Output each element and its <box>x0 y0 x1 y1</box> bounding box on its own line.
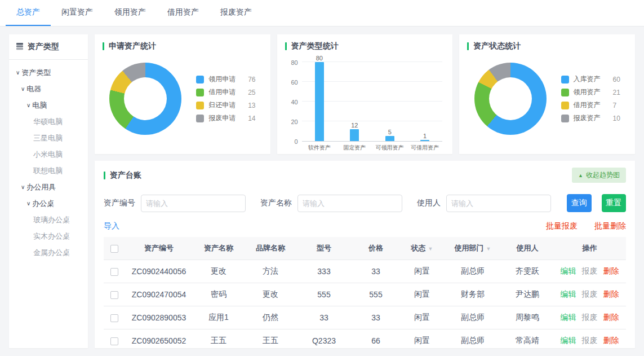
delete-link[interactable]: 删除 <box>603 313 619 322</box>
bar-yaxis: 020406080 <box>285 63 302 142</box>
legend-item[interactable]: 报废资产10 <box>561 112 620 125</box>
status-donut-wrap: 入库资产60领用资产21借用资产7报废资产10 <box>467 51 627 146</box>
batch-scrap-link[interactable]: 批量报废 <box>546 221 578 230</box>
import-link[interactable]: 导入 <box>104 221 119 231</box>
cell-brand: 仍然 <box>245 306 296 329</box>
reset-button[interactable]: 重置 <box>602 194 627 212</box>
table-row: ZC0902650052王五王五Q232366闲置副总师常高靖编辑报废删除 <box>104 329 626 348</box>
legend-label: 领用资产 <box>574 87 606 97</box>
ledger-title: 资产台账 <box>104 170 141 181</box>
edit-link[interactable]: 编辑 <box>561 313 576 322</box>
cell-model: 33 <box>296 306 352 329</box>
cell-name: 密码 <box>193 283 245 306</box>
apply-legend: 领用申请76借用申请25归还申请13报废申请14 <box>196 73 255 125</box>
tab-3[interactable]: 借用资产 <box>157 0 210 26</box>
apply-stats-title-text: 申请资产统计 <box>109 41 156 51</box>
select-all-checkbox[interactable] <box>110 245 118 253</box>
delete-link[interactable]: 删除 <box>603 336 619 345</box>
search-label: 使用人 <box>417 198 441 208</box>
edit-link[interactable]: 编辑 <box>561 266 576 275</box>
bar[interactable] <box>385 136 394 141</box>
cell-dept: 副总师 <box>444 306 501 329</box>
tab-0[interactable]: 总资产 <box>6 0 51 26</box>
bar[interactable] <box>420 140 429 141</box>
legend-swatch <box>196 115 204 122</box>
caret-down-icon: ∨ <box>21 81 25 97</box>
tree-item[interactable]: 联想电脑 <box>9 162 88 179</box>
delete-link[interactable]: 删除 <box>603 289 619 298</box>
search-input-2[interactable] <box>446 195 551 212</box>
filter-icon[interactable]: ▼ <box>486 246 491 252</box>
category-icon <box>16 42 24 52</box>
tab-1[interactable]: 闲置资产 <box>51 0 104 26</box>
tree-item[interactable]: 玻璃办公桌 <box>9 212 88 228</box>
y-tick-label: 80 <box>291 59 297 66</box>
legend-label: 领用申请 <box>208 74 241 84</box>
row-checkbox[interactable] <box>110 337 118 345</box>
tree-item[interactable]: ∨办公用具 <box>9 179 88 195</box>
scrap-link[interactable]: 报废 <box>582 336 598 345</box>
tree-item-label: 玻璃办公桌 <box>33 212 70 228</box>
tree-item[interactable]: ∨电脑 <box>9 97 88 113</box>
tab-4[interactable]: 报废资产 <box>210 0 263 26</box>
bar[interactable] <box>350 129 359 141</box>
legend-label: 借用资产 <box>574 100 606 110</box>
legend-item[interactable]: 归还申请13 <box>196 99 255 112</box>
legend-swatch <box>561 102 569 109</box>
legend-item[interactable]: 借用资产7 <box>561 99 620 112</box>
edit-link[interactable]: 编辑 <box>561 336 576 345</box>
tree-item[interactable]: 金属办公桌 <box>9 244 88 261</box>
tree-item-label: 三星电脑 <box>33 130 63 146</box>
legend-item[interactable]: 入库资产60 <box>561 73 620 86</box>
tree-item[interactable]: ∨资产类型 <box>9 64 88 81</box>
bar-slot: 12 <box>337 122 372 141</box>
tree-item[interactable]: ∨办公桌 <box>9 195 88 212</box>
column-header: 资产编号 <box>125 237 193 260</box>
legend-item[interactable]: 借用申请25 <box>196 86 255 99</box>
panel-status-stats: 资产状态统计 入库资产60领用资产21借用资产7报废资产10 <box>459 34 635 154</box>
legend-item[interactable]: 领用申请76 <box>196 73 255 86</box>
tree-item[interactable]: 实木办公桌 <box>9 228 88 244</box>
row-checkbox[interactable] <box>110 314 118 322</box>
title-mark <box>103 42 104 50</box>
batch-delete-link[interactable]: 批量删除 <box>594 221 626 230</box>
bar-value: 12 <box>351 122 358 129</box>
cell-brand: 更改 <box>245 283 296 306</box>
bar[interactable] <box>315 62 324 141</box>
scrap-link[interactable]: 报废 <box>582 266 598 275</box>
caret-down-icon: ∨ <box>26 97 30 113</box>
tree-item[interactable]: 三星电脑 <box>9 130 88 146</box>
cell-name: 更改 <box>193 260 245 283</box>
delete-link[interactable]: 删除 <box>603 266 619 275</box>
tab-2[interactable]: 领用资产 <box>104 0 157 26</box>
legend-item[interactable]: 报废申请14 <box>196 112 255 125</box>
scrap-link[interactable]: 报废 <box>582 313 598 322</box>
cell-brand: 王五 <box>245 329 296 348</box>
status-donut-chart[interactable] <box>474 63 547 135</box>
apply-donut-chart[interactable] <box>109 63 181 135</box>
cell-dept: 副总师 <box>444 260 501 283</box>
legend-value: 14 <box>248 115 255 122</box>
collapse-trend-button[interactable]: ▲ 收起趋势图 <box>572 168 626 183</box>
main-content: 申请资产统计 领用申请76借用申请25归还申请13报废申请14 资产类型统计 0… <box>95 34 635 348</box>
x-tick-label: 固定资产 <box>337 144 372 152</box>
tree-item[interactable]: 小米电脑 <box>9 146 88 162</box>
search-input-1[interactable] <box>297 195 402 212</box>
filter-icon[interactable]: ▼ <box>428 246 433 252</box>
search-input-0[interactable] <box>141 195 246 212</box>
legend-item[interactable]: 领用资产21 <box>561 86 620 99</box>
caret-down-icon: ∨ <box>21 179 25 195</box>
cell-status: 闲置 <box>400 306 444 329</box>
row-checkbox[interactable] <box>110 268 118 276</box>
tree-item[interactable]: ∨电器 <box>9 81 88 97</box>
legend-label: 报废申请 <box>208 113 241 123</box>
title-mark <box>104 172 105 179</box>
row-checkbox[interactable] <box>110 291 118 299</box>
edit-link[interactable]: 编辑 <box>561 289 576 298</box>
bar-slot: 1 <box>407 133 442 141</box>
query-button[interactable]: 查询 <box>567 194 592 212</box>
ledger-title-text: 资产台账 <box>110 170 141 181</box>
panel-type-stats: 资产类型统计 020406080 801251 软件资产固定资产可领用资产可借用… <box>277 34 453 154</box>
tree-item[interactable]: 华硕电脑 <box>9 113 88 130</box>
scrap-link[interactable]: 报废 <box>582 289 598 298</box>
